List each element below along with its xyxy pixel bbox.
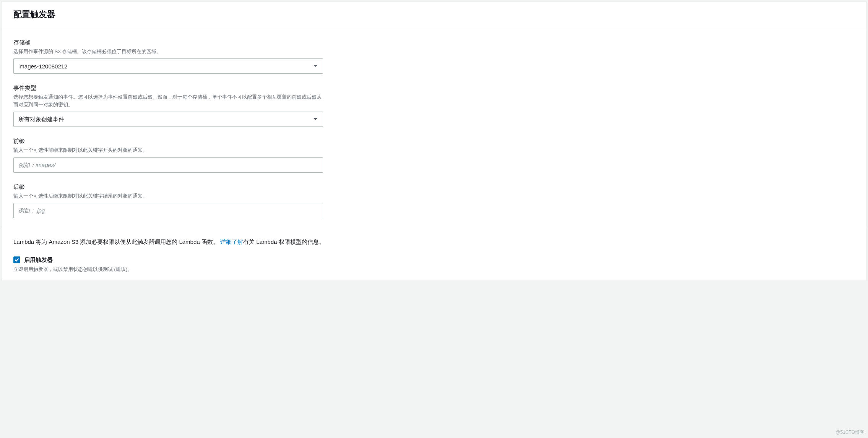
- permission-note: Lambda 将为 Amazon S3 添加必要权限以便从此触发器调用您的 La…: [13, 238, 855, 246]
- check-icon: [15, 258, 19, 262]
- enable-trigger-help: 立即启用触发器，或以禁用状态创建以供测试 (建议)。: [13, 266, 855, 273]
- event-type-select-value: 所有对象创建事件: [18, 116, 64, 123]
- configure-trigger-panel: 配置触发器 存储桶 选择用作事件源的 S3 存储桶。该存储桶必须位于目标所在的区…: [2, 2, 866, 281]
- panel-body: 存储桶 选择用作事件源的 S3 存储桶。该存储桶必须位于目标所在的区域。 ima…: [2, 28, 866, 218]
- prefix-group: 前缀 输入一个可选性前缀来限制对以此关键字开头的对象的通知。: [13, 138, 323, 172]
- prefix-help: 输入一个可选性前缀来限制对以此关键字开头的对象的通知。: [13, 146, 323, 154]
- suffix-group: 后缀 输入一个可选性后缀来限制对以此关键字结尾的对象的通知。: [13, 183, 323, 218]
- permission-note-pre: Lambda 将为 Amazon S3 添加必要权限以便从此触发器调用您的 La…: [13, 238, 219, 245]
- bucket-help: 选择用作事件源的 S3 存储桶。该存储桶必须位于目标所在的区域。: [13, 48, 323, 55]
- suffix-label: 后缀: [13, 183, 323, 191]
- event-type-label: 事件类型: [13, 84, 323, 92]
- suffix-input[interactable]: [13, 203, 323, 218]
- prefix-label: 前缀: [13, 138, 323, 145]
- event-type-group: 事件类型 选择您想要触发通知的事件。您可以选择为事件设置前缀或后缀。然而，对于每…: [13, 84, 323, 127]
- bucket-select-value: images-120080212: [18, 63, 67, 70]
- enable-trigger-label: 启用触发器: [24, 256, 53, 264]
- bucket-label: 存储桶: [13, 39, 323, 46]
- divider: [2, 229, 866, 229]
- event-type-select[interactable]: 所有对象创建事件: [13, 112, 323, 127]
- prefix-input[interactable]: [13, 157, 323, 173]
- panel-title: 配置触发器: [13, 9, 855, 20]
- learn-more-link[interactable]: 详细了解: [220, 238, 243, 245]
- enable-trigger-checkbox[interactable]: [13, 256, 20, 263]
- event-type-help: 选择您想要触发通知的事件。您可以选择为事件设置前缀或后缀。然而，对于每个存储桶，…: [13, 93, 323, 109]
- bucket-select[interactable]: images-120080212: [13, 58, 323, 74]
- enable-trigger-row: 启用触发器: [13, 256, 855, 264]
- suffix-help: 输入一个可选性后缀来限制对以此关键字结尾的对象的通知。: [13, 192, 323, 200]
- panel-header: 配置触发器: [2, 2, 866, 28]
- bucket-group: 存储桶 选择用作事件源的 S3 存储桶。该存储桶必须位于目标所在的区域。 ima…: [13, 39, 323, 74]
- info-section: Lambda 将为 Amazon S3 添加必要权限以便从此触发器调用您的 La…: [2, 238, 866, 281]
- permission-note-post: 有关 Lambda 权限模型的信息。: [243, 238, 325, 245]
